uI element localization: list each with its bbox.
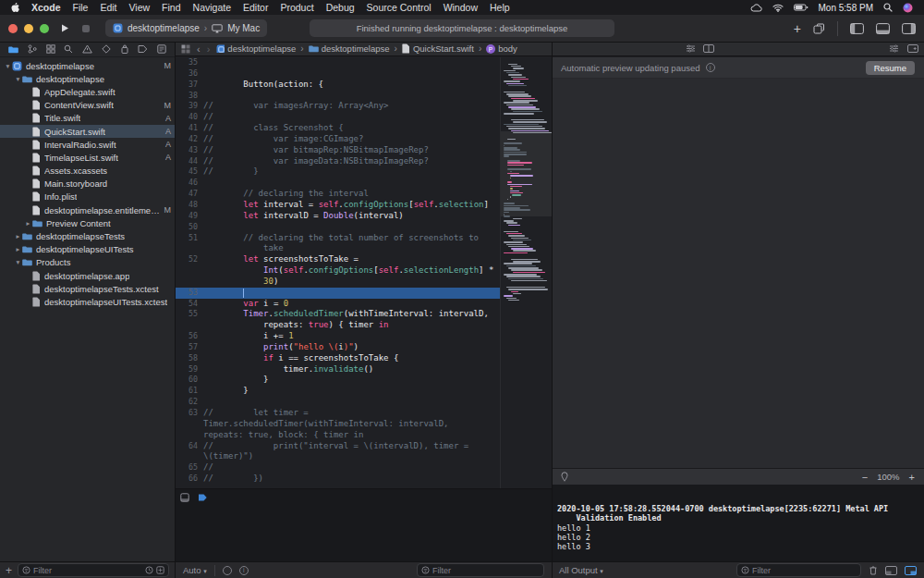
source-control-status-icon[interactable]	[156, 566, 164, 574]
close-window-button[interactable]	[8, 24, 18, 33]
console-output-selector[interactable]: All Output ▾	[559, 565, 603, 575]
disclosure-triangle-icon[interactable]: ▾	[14, 258, 22, 266]
zoom-in-button[interactable]: +	[909, 472, 915, 483]
code-line-48[interactable]: 48 let interval = self.configOptions[sel…	[176, 200, 500, 211]
nav-issues-icon[interactable]	[82, 44, 92, 54]
file-intervalradio-swift[interactable]: IntervalRadio.swiftA	[0, 138, 175, 151]
file-title-swift[interactable]: Title.swiftA	[0, 112, 175, 125]
file-desktoptimelapseuitests-xctest[interactable]: desktoptimelapseUITests.xctest	[0, 295, 175, 308]
add-editor-icon[interactable]	[907, 44, 918, 53]
file-quickstart-swift[interactable]: QuickStart.swiftA	[0, 125, 175, 138]
nav-project-icon[interactable]	[8, 45, 18, 54]
code-line-35[interactable]: 35	[176, 57, 500, 68]
spotlight-search-icon[interactable]	[883, 3, 893, 12]
code-line-wrap[interactable]: Int(self.configOptions[self.selectionLen…	[176, 265, 500, 277]
minimize-window-button[interactable]	[24, 24, 33, 33]
wifi-icon[interactable]	[772, 4, 784, 12]
code-line-60[interactable]: 60 }	[176, 375, 500, 386]
code-line-wrap[interactable]: 30)	[176, 277, 500, 288]
variables-scope-selector[interactable]: Auto ▾	[183, 565, 207, 575]
code-editor[interactable]: 353637 Button(action: {3839// var images…	[176, 57, 500, 488]
run-button[interactable]	[60, 23, 70, 33]
code-line-36[interactable]: 36	[176, 68, 500, 80]
library-icon[interactable]	[813, 23, 825, 34]
code-line-52[interactable]: 52 let screenshotsToTake =	[176, 254, 500, 265]
code-line-56[interactable]: 56 i += 1	[176, 331, 500, 342]
file-products[interactable]: ▾Products	[0, 256, 175, 269]
code-line-40[interactable]: 40//	[176, 112, 500, 123]
code-line-53[interactable]: 53	[176, 288, 500, 299]
code-line-47[interactable]: 47 // declaring the interval	[176, 189, 500, 200]
split-editor-icon[interactable]	[703, 44, 714, 53]
code-line-42[interactable]: 42// var image:CGImage?	[176, 134, 500, 145]
nav-symbols-icon[interactable]	[46, 44, 55, 54]
nav-breakpoints-icon[interactable]	[138, 44, 148, 54]
file-appdelegate-swift[interactable]: AppDelegate.swift	[0, 85, 175, 98]
code-line-54[interactable]: 54 var i = 0	[176, 299, 500, 310]
nav-source-control-icon[interactable]	[28, 44, 37, 54]
code-line-50[interactable]: 50	[176, 222, 500, 233]
code-line-49[interactable]: 49 let intervalD = Double(interval)	[176, 211, 500, 222]
zoom-out-button[interactable]: −	[862, 472, 868, 483]
disclosure-triangle-icon[interactable]: ▸	[14, 245, 22, 253]
code-line-46[interactable]: 46	[176, 178, 500, 189]
file-desktoptimelapse[interactable]: ▾desktoptimelapseM	[0, 59, 175, 72]
code-line-66[interactable]: 66// })	[176, 473, 500, 485]
stop-button[interactable]	[81, 24, 91, 33]
preview-canvas[interactable]	[552, 79, 924, 468]
minimap[interactable]	[500, 57, 553, 488]
code-line-38[interactable]: 38	[176, 91, 500, 102]
debug-area-toggle-icon[interactable]	[180, 493, 189, 502]
file-contentview-swift[interactable]: ContentView.swiftM	[0, 99, 175, 112]
code-line-wrap[interactable]: repeats: true) { timer in	[176, 320, 500, 331]
file-timelapselist-swift[interactable]: TimelapseList.swiftA	[0, 151, 175, 164]
navigator-filter-field[interactable]: Filter	[18, 563, 169, 577]
breadcrumb-item-quickstart-swift[interactable]: QuickStart.swift	[402, 43, 474, 54]
menu-item-debug[interactable]: Debug	[326, 2, 355, 13]
siri-icon[interactable]	[903, 3, 913, 13]
code-line-63[interactable]: 63// let timer =	[176, 408, 500, 419]
nav-debug-icon[interactable]	[120, 44, 129, 54]
forward-button[interactable]: ›	[207, 43, 211, 55]
adjust-editor-icon[interactable]	[686, 44, 696, 53]
breadcrumb-item-desktoptimelapse[interactable]: desktoptimelapse	[309, 43, 390, 54]
breakpoints-toggle-icon[interactable]	[198, 493, 208, 502]
pane-divider[interactable]	[552, 42, 553, 578]
menu-item-source-control[interactable]: Source Control	[367, 2, 432, 13]
nav-tests-icon[interactable]	[102, 44, 111, 54]
menu-item-navigate[interactable]: Navigate	[193, 2, 231, 13]
file-desktoptimelapsetests[interactable]: ▸desktoptimelapseTests	[0, 229, 175, 242]
menu-item-help[interactable]: Help	[490, 2, 510, 13]
code-line-55[interactable]: 55 Timer.scheduledTimer(withTimeInterval…	[176, 309, 500, 320]
code-line-43[interactable]: 43// var bitmapRep:NSBitmapImageRep?	[176, 145, 500, 156]
cloud-icon[interactable]	[750, 4, 762, 12]
code-line-61[interactable]: 61 }	[176, 386, 500, 397]
apple-menu-icon[interactable]	[11, 3, 19, 13]
pin-preview-icon[interactable]	[561, 472, 568, 482]
code-line-wrap[interactable]: \(timer)")	[176, 451, 500, 462]
code-line-58[interactable]: 58 if i == screenshotsToTake {	[176, 353, 500, 364]
nav-reports-icon[interactable]	[157, 44, 166, 54]
clear-console-icon[interactable]	[869, 565, 878, 575]
scheme-selector[interactable]: desktoptimelapse › My Mac	[105, 19, 267, 37]
code-line-wrap[interactable]: Timer.scheduledTimer(withTimeInterval: i…	[176, 419, 500, 430]
info-filter-icon[interactable]: i	[239, 566, 249, 575]
resume-button[interactable]: Resume	[866, 61, 915, 75]
add-button[interactable]: +	[794, 24, 801, 33]
code-line-41[interactable]: 41// class Screenshot {	[176, 123, 500, 134]
show-console-view-icon[interactable]	[905, 566, 917, 575]
menu-item-file[interactable]: File	[73, 2, 89, 13]
show-variables-view-icon[interactable]	[885, 566, 897, 575]
code-line-57[interactable]: 57 print("hello \(i)")	[176, 342, 500, 353]
code-line-51[interactable]: 51 // declaring the total number of scre…	[176, 233, 500, 244]
file-desktoptimelapse-entitlements[interactable]: desktoptimelapse.entitlementsM	[0, 203, 175, 216]
hide-navigator-icon[interactable]	[850, 23, 864, 34]
hide-debug-area-icon[interactable]	[876, 23, 890, 34]
menu-clock[interactable]: Mon 5:58 PM	[819, 3, 873, 13]
disclosure-triangle-icon[interactable]: ▸	[14, 232, 22, 240]
code-line-62[interactable]: 62	[176, 397, 500, 408]
menu-item-window[interactable]: Window	[444, 2, 478, 13]
nav-find-icon[interactable]	[64, 44, 73, 54]
recent-files-icon[interactable]	[145, 566, 153, 574]
file-desktoptimelapseuitests[interactable]: ▸desktoptimelapseUITests	[0, 243, 175, 256]
